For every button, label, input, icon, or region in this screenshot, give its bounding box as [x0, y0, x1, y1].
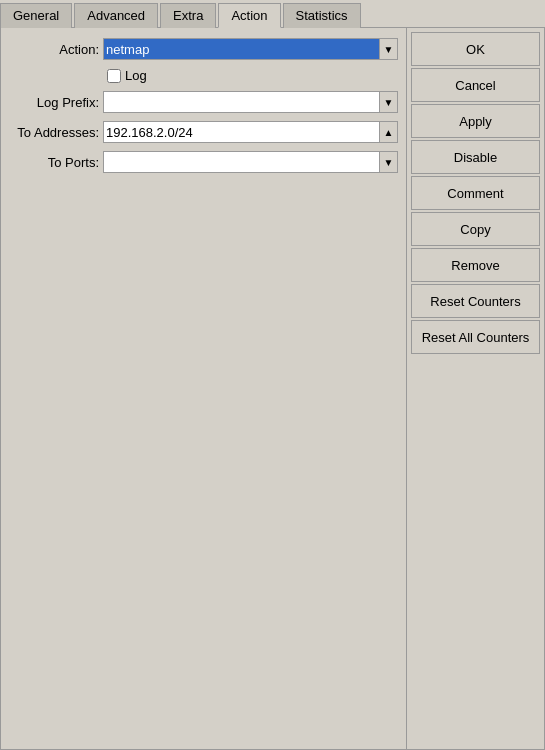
action-label: Action:: [9, 42, 99, 57]
to-addresses-row: To Addresses: ▲: [9, 121, 398, 143]
tab-advanced[interactable]: Advanced: [74, 3, 158, 28]
log-label: Log: [125, 68, 147, 83]
reset-all-counters-button[interactable]: Reset All Counters: [411, 320, 540, 354]
right-panel: OK Cancel Apply Disable Comment Copy Rem…: [407, 28, 545, 750]
log-prefix-label: Log Prefix:: [9, 95, 99, 110]
log-row: Log: [9, 68, 398, 83]
to-ports-label: To Ports:: [9, 155, 99, 170]
main-area: Action: ▼ Log Log Prefix: ▼: [0, 28, 545, 750]
to-ports-dropdown-btn[interactable]: ▼: [380, 151, 398, 173]
ok-button[interactable]: OK: [411, 32, 540, 66]
right-spacer: [411, 356, 540, 745]
to-addresses-input[interactable]: [103, 121, 380, 143]
action-input-wrapper: ▼: [103, 38, 398, 60]
log-prefix-input[interactable]: [103, 91, 380, 113]
remove-button[interactable]: Remove: [411, 248, 540, 282]
tab-bar: General Advanced Extra Action Statistics: [0, 0, 545, 28]
action-dropdown-btn[interactable]: ▼: [380, 38, 398, 60]
to-addresses-label: To Addresses:: [9, 125, 99, 140]
to-addresses-dropdown-btn[interactable]: ▲: [380, 121, 398, 143]
left-spacer: [9, 181, 398, 739]
comment-button[interactable]: Comment: [411, 176, 540, 210]
copy-button[interactable]: Copy: [411, 212, 540, 246]
cancel-button[interactable]: Cancel: [411, 68, 540, 102]
log-prefix-input-wrapper: ▼: [103, 91, 398, 113]
apply-button[interactable]: Apply: [411, 104, 540, 138]
left-panel: Action: ▼ Log Log Prefix: ▼: [0, 28, 407, 750]
tab-action[interactable]: Action: [218, 3, 280, 28]
to-addresses-input-wrapper: ▲: [103, 121, 398, 143]
action-input[interactable]: [103, 38, 380, 60]
log-prefix-dropdown-btn[interactable]: ▼: [380, 91, 398, 113]
action-row: Action: ▼: [9, 38, 398, 60]
to-ports-input[interactable]: [103, 151, 380, 173]
tab-extra[interactable]: Extra: [160, 3, 216, 28]
disable-button[interactable]: Disable: [411, 140, 540, 174]
reset-counters-button[interactable]: Reset Counters: [411, 284, 540, 318]
log-checkbox[interactable]: [107, 69, 121, 83]
to-ports-row: To Ports: ▼: [9, 151, 398, 173]
tab-statistics[interactable]: Statistics: [283, 3, 361, 28]
tab-general[interactable]: General: [0, 3, 72, 28]
to-ports-input-wrapper: ▼: [103, 151, 398, 173]
main-container: General Advanced Extra Action Statistics…: [0, 0, 545, 750]
log-prefix-row: Log Prefix: ▼: [9, 91, 398, 113]
